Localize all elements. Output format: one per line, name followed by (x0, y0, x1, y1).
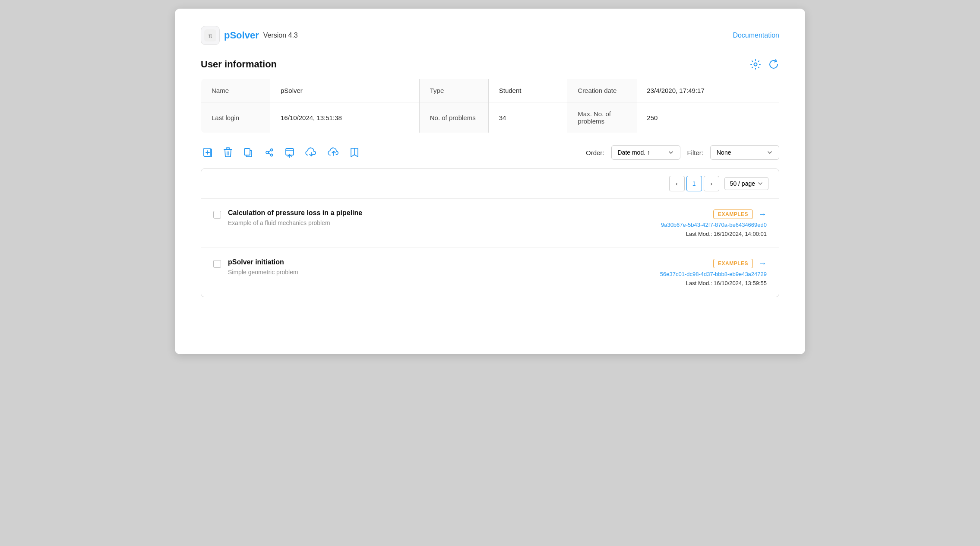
upload-cloud-button[interactable] (326, 146, 341, 159)
toolbar: Order: Date mod. ↑ Filter: None (201, 145, 779, 160)
info-row-2: Last login 16/10/2024, 13:51:38 No. of p… (201, 102, 779, 133)
svg-point-12 (266, 151, 269, 154)
type-value: Student (488, 79, 567, 102)
filter-label: Filter: (687, 149, 704, 156)
order-value: Date mod. ↑ (618, 149, 664, 156)
bookmark-button[interactable] (348, 146, 360, 159)
problem-arrow-0[interactable]: → (758, 209, 767, 219)
creation-date-label: Creation date (567, 79, 636, 102)
svg-rect-7 (226, 148, 230, 149)
last-login-label: Last login (201, 102, 270, 133)
settings-button[interactable] (750, 59, 761, 70)
order-label: Order: (586, 149, 604, 156)
next-page-button[interactable]: › (704, 176, 719, 191)
pagination-bar: ‹ 1 › 50 / page (201, 169, 779, 198)
problem-content-1: pSolver initiation Simple geometric prob… (228, 258, 653, 276)
svg-line-16 (269, 153, 271, 155)
header: π pSolver Version 4.3 Documentation (201, 26, 779, 45)
download-cloud-button[interactable] (303, 146, 319, 159)
app-version: Version 4.3 (263, 32, 298, 39)
new-problem-button[interactable] (201, 146, 215, 159)
svg-point-2 (754, 63, 757, 66)
svg-rect-11 (244, 149, 250, 155)
problem-uuid-1[interactable]: 56e37c01-dc98-4d37-bbb8-eb9e43a24729 (660, 271, 767, 277)
documentation-link[interactable]: Documentation (733, 32, 779, 39)
filter-select[interactable]: None (710, 145, 779, 160)
filter-value: None (717, 149, 763, 156)
problem-checkbox-0[interactable] (213, 211, 221, 219)
problem-title-1: pSolver initiation (228, 258, 653, 266)
num-problems-value: 34 (488, 102, 567, 133)
problem-meta-1: EXAMPLES → 56e37c01-dc98-4d37-bbb8-eb9e4… (660, 258, 767, 286)
share-button[interactable] (262, 146, 276, 159)
max-problems-value: 250 (636, 102, 779, 133)
num-problems-label: No. of problems (419, 102, 488, 133)
problem-meta-0: EXAMPLES → 9a30b67e-5b43-42f7-870a-be643… (661, 209, 767, 237)
problem-uuid-0[interactable]: 9a30b67e-5b43-42f7-870a-be6434669ed0 (661, 222, 767, 228)
duplicate-button[interactable] (241, 146, 255, 159)
problem-lastmod-1: Last Mod.: 16/10/2024, 13:59:55 (686, 280, 767, 286)
name-value: pSolver (270, 79, 420, 102)
refresh-button[interactable] (768, 59, 779, 70)
user-info-table: Name pSolver Type Student Creation date … (201, 79, 779, 133)
problem-meta-top-0: EXAMPLES → (713, 209, 767, 219)
current-page-button[interactable]: 1 (686, 176, 702, 191)
problem-arrow-1[interactable]: → (758, 258, 767, 268)
info-row-1: Name pSolver Type Student Creation date … (201, 79, 779, 102)
problem-content-0: Calculation of pressure loss in a pipeli… (228, 209, 654, 226)
import-button[interactable] (283, 146, 297, 159)
delete-button[interactable] (221, 146, 234, 159)
page-header: User information (201, 59, 779, 70)
problem-title-0: Calculation of pressure loss in a pipeli… (228, 209, 654, 217)
logo-area: π pSolver Version 4.3 (201, 26, 298, 45)
max-problems-label: Max. No. of problems (567, 102, 636, 133)
app-name: pSolver (224, 30, 259, 41)
order-select[interactable]: Date mod. ↑ (611, 145, 680, 160)
page-title: User information (201, 59, 277, 70)
per-page-select[interactable]: 50 / page (724, 177, 768, 190)
problem-desc-1: Simple geometric problem (228, 269, 653, 276)
problem-item-1: pSolver initiation Simple geometric prob… (201, 248, 779, 297)
creation-date-value: 23/4/2020, 17:49:17 (636, 79, 779, 102)
problems-container: ‹ 1 › 50 / page Calculation of pressure … (201, 168, 779, 297)
problem-desc-0: Example of a fluid mechanics problem (228, 219, 654, 226)
type-label: Type (419, 79, 488, 102)
problem-lastmod-0: Last Mod.: 16/10/2024, 14:00:01 (686, 231, 767, 237)
problem-checkbox-1[interactable] (213, 260, 221, 268)
per-page-value: 50 / page (730, 180, 755, 187)
problem-item-0: Calculation of pressure loss in a pipeli… (201, 198, 779, 248)
page-actions (750, 59, 779, 70)
examples-badge-1: EXAMPLES (713, 259, 753, 268)
prev-page-button[interactable]: ‹ (669, 176, 685, 191)
svg-rect-17 (286, 149, 294, 155)
logo-icon: π (201, 26, 220, 45)
last-login-value: 16/10/2024, 13:51:38 (270, 102, 420, 133)
problem-meta-top-1: EXAMPLES → (713, 258, 767, 268)
svg-text:π: π (209, 32, 212, 39)
examples-badge-0: EXAMPLES (713, 210, 753, 219)
svg-line-15 (269, 151, 271, 152)
app-window: π pSolver Version 4.3 Documentation User… (175, 9, 805, 354)
name-label: Name (201, 79, 270, 102)
